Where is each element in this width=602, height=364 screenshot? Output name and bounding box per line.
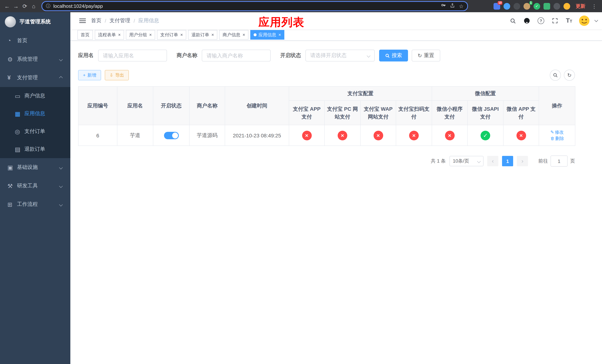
channel-status-icon: × [409,130,419,140]
col-header-alipay-pc: 支付宝 PC 网站支付 [324,101,360,125]
cell-wx-jsapi: ✓ [467,125,503,146]
next-page-button[interactable]: › [517,156,528,166]
tab-app-info[interactable]: 应用信息× [250,30,284,40]
workflow-icon: ⊞ [7,201,17,208]
browser-home-icon[interactable]: ⌂ [30,3,38,9]
ext-check-icon[interactable]: ✓ [534,3,540,10]
breadcrumb-home[interactable]: 首页 [91,17,101,24]
sidebar-item-app-info[interactable]: ▦ 应用信息 [0,105,70,123]
add-button[interactable]: + 新增 [78,70,101,80]
menu-collapse-icon[interactable] [79,19,86,23]
goto-suffix: 页 [570,158,575,164]
tab-close-icon[interactable]: × [211,32,214,37]
app-name-input[interactable] [98,50,167,62]
tags-view-bar: 首页 流程表单× 用户分组× 支付订单× 退款订单× 商户信息× 应用信息× [70,29,602,41]
help-icon[interactable]: ? [537,16,545,25]
sidebar-item-home[interactable]: ◔ 首页 [0,32,70,50]
page-info-icon[interactable]: ⓘ [46,3,50,9]
sidebar-item-system[interactable]: ⚙ 系统管理 [0,50,70,68]
sidebar-item-refund-order[interactable]: ▤ 退款订单 [0,140,70,158]
app-logo-avatar [5,16,16,27]
chevron-down-icon [367,54,370,57]
ext-puzzle-icon[interactable] [553,3,560,10]
address-bar[interactable]: ⓘ localhost:1024/pay/app ☆ [42,1,468,11]
ext-emoji-icon[interactable] [563,3,570,10]
browser-update-button[interactable]: 更新 [573,2,588,10]
browser-refresh-icon[interactable]: ⟳ [21,3,29,10]
tab-close-icon[interactable]: × [279,32,281,37]
tab-close-icon[interactable]: × [118,32,121,37]
avatar-chevron-down-icon[interactable] [594,18,598,22]
delete-link[interactable]: 删除 [550,135,564,142]
ext-drop-icon[interactable] [504,3,510,10]
ext-dark-icon[interactable] [514,3,520,10]
browser-back-icon[interactable]: ← [3,3,11,9]
pencil-icon: ✎ [550,130,554,135]
tab-close-icon[interactable]: × [243,32,245,37]
tab-close-icon[interactable]: × [149,32,152,37]
tab-home[interactable]: 首页 [77,30,93,40]
sidebar-item-dev-tools[interactable]: ⚒ 研发工具 [0,177,70,195]
search-form: 应用名 商户名称 开启状态 请选择开启状态 搜索 [78,50,575,62]
search-icon[interactable] [508,16,517,25]
sidebar-item-workflow[interactable]: ⊞ 工作流程 [0,195,70,214]
edit-link[interactable]: ✎ 修改 [550,129,564,135]
browser-forward-icon[interactable]: → [12,3,20,9]
sidebar-item-label: 基础设施 [17,164,38,171]
breadcrumb-payment[interactable]: 支付管理 [110,17,130,24]
sidebar-menu: ◔ 首页 ⚙ 系统管理 ¥ 支付管理 ▭ 商户信息 [0,32,70,214]
github-icon[interactable] [522,16,531,25]
sidebar-item-label: 应用信息 [24,110,45,117]
refresh-table-button[interactable]: ↻ [564,70,575,81]
tab-merchant-info[interactable]: 商户信息× [219,30,248,40]
export-button[interactable]: ⇩ 导出 [105,70,129,80]
cell-alipay-pc: × [324,125,360,146]
status-toggle[interactable] [164,132,179,139]
sidebar-item-label: 工作流程 [17,201,38,208]
cell-alipay-wap: × [360,125,396,146]
ext-blue-icon[interactable]: 10 [494,3,500,10]
password-key-icon[interactable] [441,3,446,10]
current-page-button[interactable]: 1 [502,156,513,166]
sidebar-item-infrastructure[interactable]: ▣ 基础设施 [0,158,70,177]
url-text[interactable]: localhost:1024/pay/app [53,3,438,9]
cell-alipay-app: × [289,125,324,146]
ext-avatar-icon[interactable]: 1 [524,3,530,10]
browser-menu-icon[interactable]: ⋮ [591,3,598,9]
cell-merchant: 芋道源码 [189,125,225,146]
refresh-icon: ↻ [567,72,571,78]
col-header-wx-jsapi: 微信 JSAPI 支付 [467,101,503,125]
tab-user-group[interactable]: 用户分组× [126,30,155,40]
sidebar-item-pay-order[interactable]: ◎ 支付订单 [0,123,70,140]
font-size-icon[interactable]: TT [565,16,573,25]
tab-close-icon[interactable]: × [180,32,183,37]
cell-app-name: 芋道 [117,125,153,146]
sidebar-item-merchant-info[interactable]: ▭ 商户信息 [0,87,70,105]
share-icon[interactable] [450,3,455,10]
search-button[interactable]: 搜索 [379,50,408,62]
user-avatar[interactable] [579,15,590,26]
goto-prefix: 前往 [538,158,548,164]
chevron-down-icon [59,184,63,188]
dashboard-icon: ◔ [7,37,17,44]
tab-label: 首页 [81,32,90,38]
tab-refund-order[interactable]: 退款订单× [188,30,217,40]
page-size-select[interactable]: 10条/页 [450,156,484,166]
ext-chat-icon[interactable] [544,3,550,10]
grid-icon: ▦ [15,110,24,117]
tab-pay-order[interactable]: 支付订单× [157,30,186,40]
active-tab-dot [254,33,257,36]
sidebar-item-payment[interactable]: ¥ 支付管理 [0,68,70,87]
goto-page-input[interactable] [550,156,568,167]
tab-process-form[interactable]: 流程表单× [95,30,124,40]
channel-status-icon: ✓ [481,130,490,140]
pagination-total: 共 1 条 [431,158,446,164]
reset-button[interactable]: ↻ 重置 [412,50,440,62]
prev-page-button[interactable]: ‹ [487,156,498,166]
sidebar-item-label: 支付管理 [17,75,38,81]
bookmark-star-icon[interactable]: ☆ [459,3,463,9]
fullscreen-icon[interactable] [550,16,559,25]
status-select[interactable]: 请选择开启状态 [305,50,375,62]
merchant-name-input[interactable] [202,50,271,62]
toggle-search-button[interactable] [550,70,561,81]
